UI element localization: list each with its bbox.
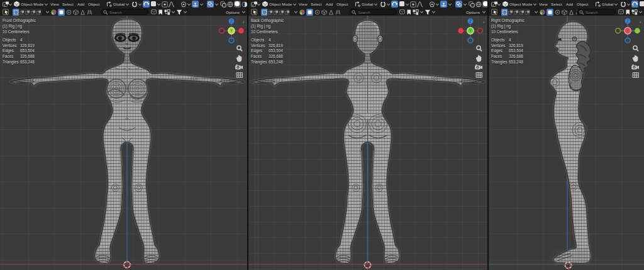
svg-text:Z: Z: [230, 19, 233, 23]
svg-text:Z: Z: [626, 19, 629, 23]
svg-text:Y: Y: [230, 28, 233, 33]
svg-text:Z: Z: [469, 19, 472, 23]
svg-text:Y: Y: [469, 28, 472, 33]
svg-text:Y: Y: [626, 28, 630, 33]
